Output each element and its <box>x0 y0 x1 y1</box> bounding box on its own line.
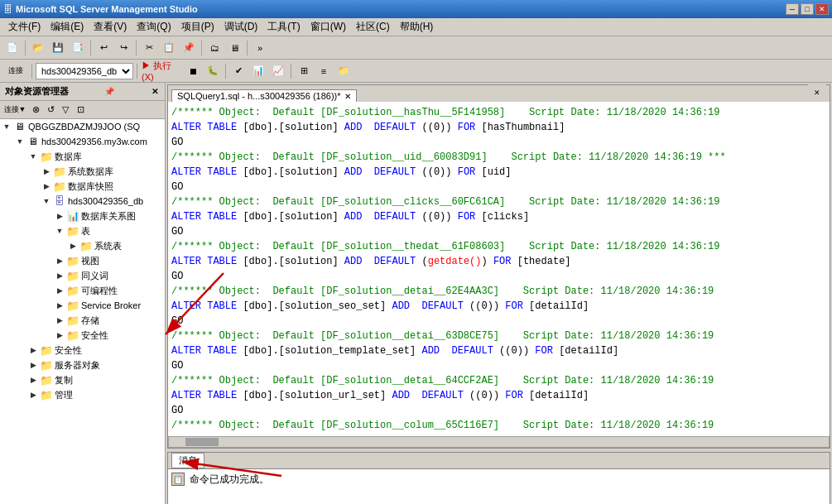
stop-btn[interactable]: ⏹ <box>184 62 202 80</box>
copy-btn[interactable]: 📋 <box>160 39 178 57</box>
sep-7 <box>137 64 137 79</box>
synonyms-label: 同义词 <box>81 270 108 282</box>
menu-file[interactable]: 文件(F) <box>3 18 46 36</box>
sql-tab-close-btn[interactable]: ✕ <box>344 92 351 101</box>
undo-btn[interactable]: ↩ <box>94 39 113 57</box>
open-file-btn[interactable]: 📂 <box>29 39 47 57</box>
tree-node-databases[interactable]: ▼ 📁 数据库 <box>0 149 165 164</box>
tree-node-service-broker[interactable]: ▶ 📁 Service Broker <box>0 298 165 313</box>
connect-obj-btn[interactable]: 连接▼ <box>2 103 28 118</box>
sql-line: GO <box>171 358 826 373</box>
registered-servers-btn[interactable]: 🖥 <box>225 39 243 57</box>
menu-window[interactable]: 窗口(W) <box>305 18 351 36</box>
folder-icon: 📁 <box>66 329 79 342</box>
tree-node-hds-db[interactable]: ▼ 🗄 hds300429356_db <box>0 194 165 209</box>
save-btn[interactable]: 💾 <box>49 39 67 57</box>
folder-icon: 📁 <box>40 343 53 357</box>
debug-btn[interactable]: 🐛 <box>204 62 222 80</box>
pin-btn[interactable]: 📌 <box>103 87 116 96</box>
more-btn[interactable]: » <box>251 39 269 57</box>
close-editor-btn[interactable]: ✕ <box>808 84 826 102</box>
execute-btn[interactable]: ▶ 执行(X) <box>141 62 182 80</box>
parse-btn[interactable]: ✔ <box>229 62 248 80</box>
stop-refresh-btn[interactable]: ⊡ <box>73 103 88 118</box>
results-tab-messages[interactable]: 消息 <box>171 453 204 468</box>
folder-icon: 📁 <box>40 373 53 386</box>
tree-node-db-security[interactable]: ▶ 📁 安全性 <box>0 328 165 343</box>
folder-icon: 📁 <box>66 284 79 297</box>
tree-node-management[interactable]: ▶ 📁 管理 <box>0 387 165 402</box>
tree-node-diagrams[interactable]: ▶ 📊 数据库关系图 <box>0 209 165 223</box>
expand-icon: ▼ <box>26 150 40 163</box>
expand-icon: ▶ <box>26 343 40 357</box>
tree-node-replication[interactable]: ▶ 📁 复制 <box>0 372 165 387</box>
disconnect-btn[interactable]: ⊗ <box>28 103 43 118</box>
results-to-grid-btn[interactable]: ⊞ <box>295 62 313 80</box>
sql-line: ALTER TABLE [dbo].[solution_seo_set] ADD… <box>171 299 826 314</box>
server2-icon: 🖥 <box>26 135 40 148</box>
save-all-btn[interactable]: 📑 <box>69 39 87 57</box>
include-actual-plan-btn[interactable]: 📊 <box>249 62 267 80</box>
cut-btn[interactable]: ✂ <box>140 39 158 57</box>
menu-view[interactable]: 查看(V) <box>89 18 132 36</box>
menu-tools[interactable]: 工具(T) <box>262 18 305 36</box>
close-panel-btn[interactable]: ✕ <box>150 87 160 96</box>
sql-editor[interactable]: /****** Object: Default [DF_solution__ha… <box>168 102 830 436</box>
tree-node-server1[interactable]: ▼ 🖥 QBGGZBDAZMJ9JOO (SQ <box>0 119 165 134</box>
menu-help[interactable]: 帮助(H) <box>395 18 439 36</box>
expand-icon: ▶ <box>53 254 66 267</box>
tree-node-server-objects[interactable]: ▶ 📁 服务器对象 <box>0 358 165 372</box>
refresh-btn[interactable]: ↺ <box>43 103 58 118</box>
expand-icon: ▶ <box>26 388 40 401</box>
expand-icon: ▼ <box>13 135 26 148</box>
content-area: SQLQuery1.sql - h...s300429356 (186))* ✕… <box>166 83 832 504</box>
sql-line: /****** Object: Default [DF_solution__th… <box>171 239 826 254</box>
sql-line: GO <box>171 135 826 150</box>
filter-btn[interactable]: ▽ <box>58 103 73 118</box>
tree-node-views[interactable]: ▶ 📁 视图 <box>0 253 165 268</box>
folder-icon: 📁 <box>40 358 53 372</box>
service-broker-label: Service Broker <box>81 300 141 310</box>
folder-icon: 📁 <box>40 150 53 163</box>
results-to-text-btn[interactable]: ≡ <box>315 62 333 80</box>
menu-project[interactable]: 项目(P) <box>176 18 219 36</box>
title-close-btn[interactable]: ✕ <box>815 3 829 15</box>
menu-query[interactable]: 查询(Q) <box>132 18 176 36</box>
sql-h-scrollbar[interactable] <box>168 436 830 448</box>
toolbar-2: 连接 hds300429356_db ▶ 执行(X) ⏹ 🐛 ✔ 📊 📈 ⊞ ≡… <box>0 60 832 83</box>
obj-explorer-header: 对象资源管理器 📌 ✕ <box>0 83 165 101</box>
obj-explorer-btn[interactable]: 🗂 <box>205 39 224 57</box>
title-max-btn[interactable]: □ <box>801 3 814 15</box>
tree-node-server2[interactable]: ▼ 🖥 hds300429356.my3w.com <box>0 134 165 149</box>
sep-2 <box>90 41 91 55</box>
new-query-btn[interactable]: 📄 <box>3 39 22 57</box>
tree-node-synonyms[interactable]: ▶ 📁 同义词 <box>0 268 165 283</box>
results-to-file-btn[interactable]: 📁 <box>334 62 353 80</box>
sql-tab[interactable]: SQLQuery1.sql - h...s300429356 (186))* ✕ <box>171 89 357 102</box>
title-min-btn[interactable]: ─ <box>786 3 799 15</box>
tree-node-programmability[interactable]: ▶ 📁 可编程性 <box>0 283 165 298</box>
redo-btn[interactable]: ↪ <box>114 39 132 57</box>
security-top-label: 安全性 <box>55 344 82 357</box>
connect-btn[interactable]: 连接 <box>3 62 28 80</box>
menu-edit[interactable]: 编辑(E) <box>46 18 89 36</box>
sep-1 <box>25 41 26 55</box>
paste-btn[interactable]: 📌 <box>180 39 198 57</box>
sep-3 <box>136 41 137 55</box>
tree-node-systables[interactable]: ▶ 📁 系统表 <box>0 238 165 253</box>
message-icon: 📋 <box>171 473 185 486</box>
db-selector[interactable]: hds300429356_db <box>36 63 133 79</box>
tree-node-tables[interactable]: ▼ 📁 表 <box>0 223 165 238</box>
tree-node-sysdb[interactable]: ▶ 📁 系统数据库 <box>0 164 165 179</box>
tree-node-security-top[interactable]: ▶ 📁 安全性 <box>0 343 165 358</box>
expand-icon: ▼ <box>0 120 13 133</box>
include-client-stats-btn[interactable]: 📈 <box>269 62 287 80</box>
sep-6 <box>31 64 32 79</box>
tree-node-storage[interactable]: ▶ 📁 存储 <box>0 313 165 328</box>
tree-node-snapshots[interactable]: ▶ 📁 数据库快照 <box>0 179 165 194</box>
menu-debug[interactable]: 调试(D) <box>219 18 263 36</box>
app-icon: 🗄 <box>3 4 12 14</box>
menu-community[interactable]: 社区(C) <box>351 18 395 36</box>
programmability-label: 可编程性 <box>81 285 118 297</box>
sql-line: /****** Object: Default [DF_solution__co… <box>171 418 826 433</box>
